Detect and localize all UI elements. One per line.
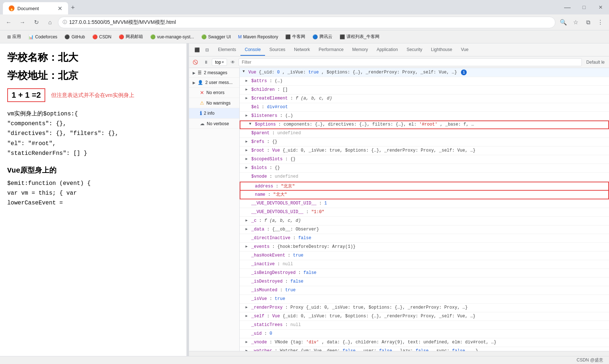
expand-watcher-icon[interactable]: ▶ (245, 348, 251, 351)
context-dropdown-icon: ▾ (222, 60, 224, 64)
bookmark-vue-manage[interactable]: 🟢 vue-manage-syst... (147, 33, 197, 41)
console-entry-vue: ▼ Vue {_uid: 0 , _isVue: true , $options… (240, 68, 609, 77)
entry-refs: ▶ $refs : {} (240, 138, 609, 147)
tab-elements[interactable]: Elements (214, 44, 240, 56)
bookmark-nowcoder-course[interactable]: ⬛ 课程列表_牛客网 (337, 32, 382, 41)
eye-button[interactable]: 👁 (228, 58, 237, 66)
main-area: 学校名称：北大 学校地址：北京 1 + 1 =2 但注意表达式并不会在vm实例身… (0, 43, 609, 356)
context-selector[interactable]: top ▾ (212, 59, 227, 66)
vue-object-label: Vue {_uid: 0 , _isVue: true , $options: … (248, 69, 606, 75)
entry-root: ▶ $root : Vue {_uid: 0, _isVue: true, $o… (240, 147, 609, 155)
security-icon: ⓘ (63, 19, 67, 25)
sidebar-item-info[interactable]: ℹ 2 info (189, 108, 239, 119)
bookmark-maven[interactable]: M Maven Repository (235, 33, 281, 41)
tab-close-button[interactable]: ✕ (58, 5, 62, 12)
expand-refs-icon[interactable]: ▶ (245, 139, 251, 144)
entry-devtools-uid: __VUE_DEVTOOLS_UID__ : "1:0" (240, 208, 609, 217)
verbose-icon: ☁ (200, 121, 205, 126)
sidebar-item-errors[interactable]: ✕ No errors (189, 88, 239, 98)
tab-title: Document (17, 6, 39, 11)
no-warnings-label: No warnings (206, 101, 231, 106)
expand-scopedslots-icon[interactable]: ▶ (245, 157, 251, 161)
expand-vnode-icon[interactable]: ▶ (245, 340, 251, 344)
bookmark-button[interactable]: ☆ (570, 17, 581, 28)
forward-button[interactable]: → (17, 17, 28, 28)
school-address-heading: 学校地址：北京 (7, 69, 179, 82)
menu-button[interactable]: ⋮ (595, 17, 606, 28)
tab-performance[interactable]: Performance (314, 44, 348, 56)
tab-security[interactable]: Security (402, 44, 427, 56)
expand-slots-icon[interactable]: ▶ (245, 165, 251, 170)
bookmark-swagger[interactable]: 🟢 Swagger UI (198, 33, 234, 41)
devtools-undock-button[interactable]: ⊟ (202, 45, 212, 55)
sidebar-item-messages[interactable]: ▶ ☰ 2 messages (189, 68, 239, 78)
bottom-scrollbar[interactable] (189, 351, 609, 356)
expression-note: 但注意表达式并不会在vm实例身上 (51, 92, 134, 99)
expand-self-icon[interactable]: ▶ (245, 314, 251, 318)
expand-data-icon[interactable]: ▶ (245, 227, 251, 231)
entry-inactive: _inactive : null (240, 260, 609, 269)
entry-attrs: ▶ $attrs : (…) (240, 77, 609, 86)
tab-area: 🔥 Document ✕ + (3, 0, 602, 14)
address-bar-row: ← → ↻ ⌂ ⓘ 127.0.0.1:5500/05_MVVM模型/MVVM模… (0, 14, 609, 30)
address-box[interactable]: ⓘ 127.0.0.1:5500/05_MVVM模型/MVVM模型.html (58, 17, 555, 28)
entry-listeners: ▶ $listeners : (…) (240, 112, 609, 120)
expand-c-icon[interactable]: ▶ (245, 218, 251, 223)
sidebar-item-verbose[interactable]: ☁ No verbose (189, 119, 239, 129)
active-tab[interactable]: 🔥 Document ✕ (3, 2, 68, 14)
browser-window: 🔥 Document ✕ + — □ ✕ ← → ↻ ⌂ ⓘ 127.0.0.1… (0, 0, 609, 364)
tab-sources[interactable]: Sources (265, 44, 290, 56)
filter-input[interactable] (239, 58, 582, 66)
tab-lighthouse[interactable]: Lighthouse (427, 44, 457, 56)
entry-c: ▶ _c : f (a, b, c, d) (240, 217, 609, 225)
bookmark-apps[interactable]: ⊞ 应用 (4, 32, 24, 41)
search-button[interactable]: 🔍 (558, 17, 569, 28)
sidebar-item-warnings[interactable]: ⚠ No warnings (189, 98, 239, 108)
new-tab-button[interactable]: + (68, 1, 78, 14)
expand-root-icon[interactable]: ▶ (245, 148, 251, 152)
expand-listeners-icon[interactable]: ▶ (245, 113, 251, 118)
expand-renderproxy-icon[interactable]: ▶ (245, 305, 251, 309)
entry-devtools-root-uid: __VUE_DEVTOOLS_ROOT_UID__ : 1 (240, 199, 609, 208)
entry-events: ▶ _events : {hook:beforeDestroy: Array(1… (240, 243, 609, 251)
bookmark-tencent[interactable]: 🔵 腾讯云 (310, 32, 335, 41)
tab-vue[interactable]: Vue (457, 44, 473, 56)
bookmark-nowcoder[interactable]: ⬛ 牛客网 (282, 32, 308, 41)
extensions-button[interactable]: ⧉ (582, 17, 594, 28)
entry-uid: _uid : 0 (240, 330, 609, 338)
home-button[interactable]: ⌂ (44, 17, 56, 28)
console-sidebar: ▶ ☰ 2 messages ▶ 👤 2 user mess... ✕ (189, 68, 240, 351)
expand-messages-icon: ▶ (193, 71, 196, 75)
expand-createelement-icon[interactable]: ▶ (245, 96, 251, 100)
expand-options-icon[interactable]: ▼ (249, 122, 255, 126)
reload-button[interactable]: ↻ (30, 17, 42, 28)
tab-memory[interactable]: Memory (348, 44, 372, 56)
tab-favicon: 🔥 (9, 5, 14, 11)
stop-on-exception-button[interactable]: ⏸ (202, 58, 210, 66)
tab-network[interactable]: Network (290, 44, 314, 56)
clear-console-button[interactable]: 🚫 (190, 58, 200, 66)
entry-isvue: _isVue : true (240, 295, 609, 304)
devtools-dock-button[interactable]: ⬛ (192, 45, 202, 55)
tab-application[interactable]: Application (372, 44, 402, 56)
minimize-button[interactable]: — (559, 0, 576, 14)
entry-children: ▶ $children : [] (240, 86, 609, 94)
bookmark-github[interactable]: ⚫ GitHub (62, 33, 88, 41)
maximize-button[interactable]: □ (576, 0, 592, 14)
back-button[interactable]: ← (3, 17, 14, 28)
sidebar-item-user-messages[interactable]: ▶ 👤 2 user mess... (189, 78, 239, 88)
entry-self: ▶ _self : Vue {_uid: 0, _isVue: true, $o… (240, 312, 609, 321)
expand-attrs-icon[interactable]: ▶ (245, 79, 251, 83)
tab-console[interactable]: Console (240, 44, 265, 56)
bookmark-csdn[interactable]: 🔴 CSDN (89, 33, 114, 41)
expand-events-icon[interactable]: ▶ (245, 244, 251, 249)
expand-children-icon[interactable]: ▶ (245, 87, 251, 92)
options-code-block: vm实例身上的$options:{ "components": {}, "dir… (7, 109, 179, 158)
bookmark-codeforces[interactable]: 📊 Codeforces (25, 33, 60, 41)
bookmark-netease[interactable]: 🔴 网易邮箱 (116, 32, 146, 41)
entry-options: ▼ $options : components: {…}, directives… (240, 120, 609, 129)
expand-vue-icon[interactable]: ▼ (243, 69, 248, 73)
close-button[interactable]: ✕ (592, 0, 609, 14)
warning-icon: ⚠ (200, 100, 204, 106)
entry-createelement: ▶ $createElement : f (a, b, c, d) (240, 94, 609, 103)
